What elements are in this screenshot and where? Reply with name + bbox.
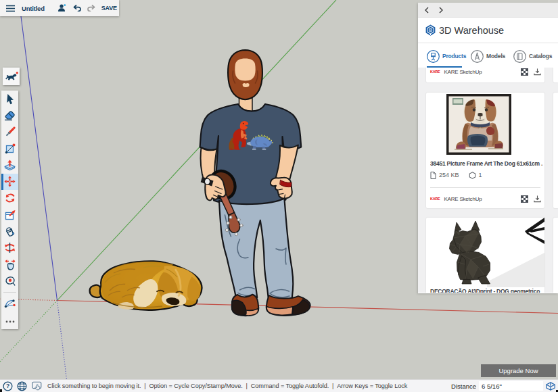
svg-text:?: ? [6, 383, 9, 389]
